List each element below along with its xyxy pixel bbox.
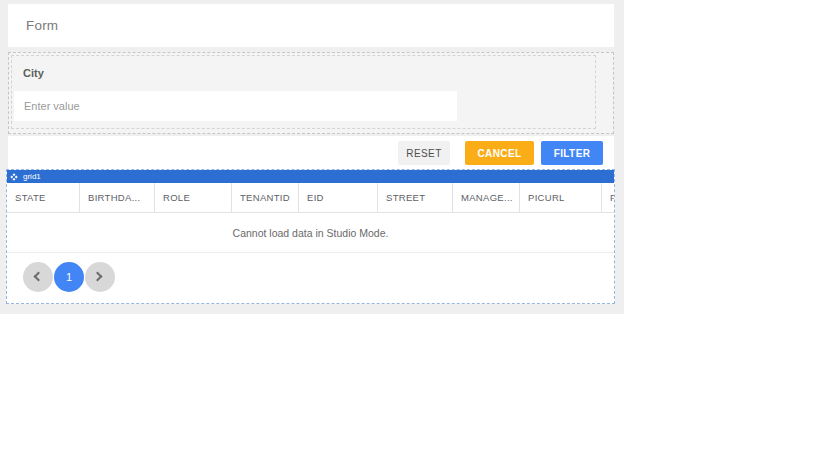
studio-page: Form City RESET CANCEL FILTER grid1 STAT… <box>0 0 819 460</box>
form-widget-header: Form <box>8 4 614 47</box>
form-title: Form <box>26 18 58 33</box>
form-buttons-row: RESET CANCEL FILTER <box>8 136 614 170</box>
grid-header-row: STATE BIRTHDA... ROLE TENANTID EID STREE… <box>7 183 614 213</box>
chevron-left-icon <box>34 272 44 282</box>
current-page-button[interactable]: 1 <box>54 262 84 292</box>
design-canvas: Form City RESET CANCEL FILTER grid1 STAT… <box>0 0 624 314</box>
grid-column-header[interactable]: BIRTHDA... <box>80 183 155 212</box>
prev-page-button[interactable] <box>23 262 53 292</box>
city-field-label: City <box>23 67 44 79</box>
next-page-button[interactable] <box>85 262 115 292</box>
city-input[interactable] <box>14 91 457 121</box>
grid-column-header[interactable]: EID <box>299 183 378 212</box>
grid-column-header[interactable]: TENANTID <box>232 183 299 212</box>
grid-widget-name: grid1 <box>23 170 41 183</box>
grid-widget: grid1 STATE BIRTHDA... ROLE TENANTID EID… <box>6 169 615 304</box>
cancel-button[interactable]: CANCEL <box>465 141 534 165</box>
grid-pagination: 1 <box>7 253 614 303</box>
grid-column-header[interactable]: STREET <box>378 183 453 212</box>
grid-column-header[interactable]: STATE <box>7 183 80 212</box>
grid-widget-drag-bar[interactable]: grid1 <box>7 170 614 183</box>
grid-column-header[interactable]: F <box>602 183 614 212</box>
grid-column-header[interactable]: MANAGE... <box>453 183 520 212</box>
filter-button[interactable]: FILTER <box>541 141 603 165</box>
reset-button[interactable]: RESET <box>398 141 450 165</box>
grid-column-header[interactable]: PICURL <box>520 183 602 212</box>
grid-empty-message: Cannot load data in Studio Mode. <box>7 213 614 253</box>
chevron-right-icon <box>93 272 103 282</box>
form-widget-body: City <box>8 52 614 134</box>
move-icon <box>10 173 18 181</box>
grid-column-header[interactable]: ROLE <box>155 183 232 212</box>
